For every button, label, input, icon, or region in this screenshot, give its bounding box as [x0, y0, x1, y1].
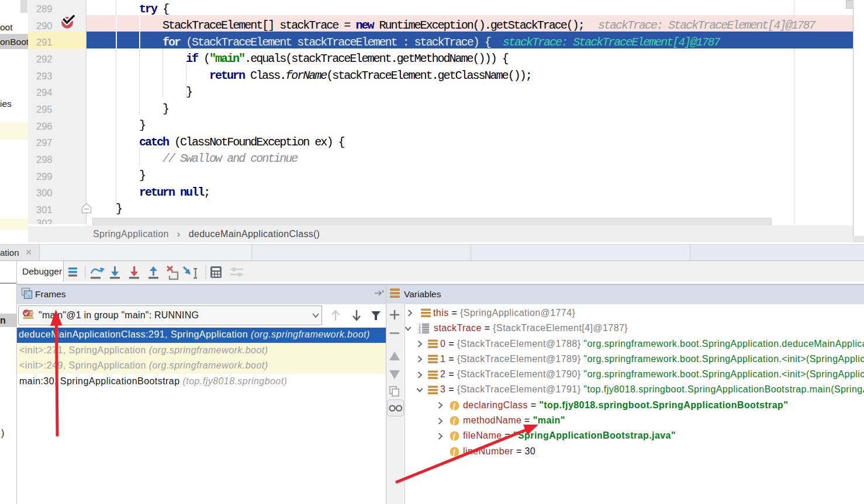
svg-text:›: › [28, 293, 30, 299]
svg-text:3: 3 [419, 330, 421, 333]
svg-text:‹: ‹ [25, 290, 27, 296]
